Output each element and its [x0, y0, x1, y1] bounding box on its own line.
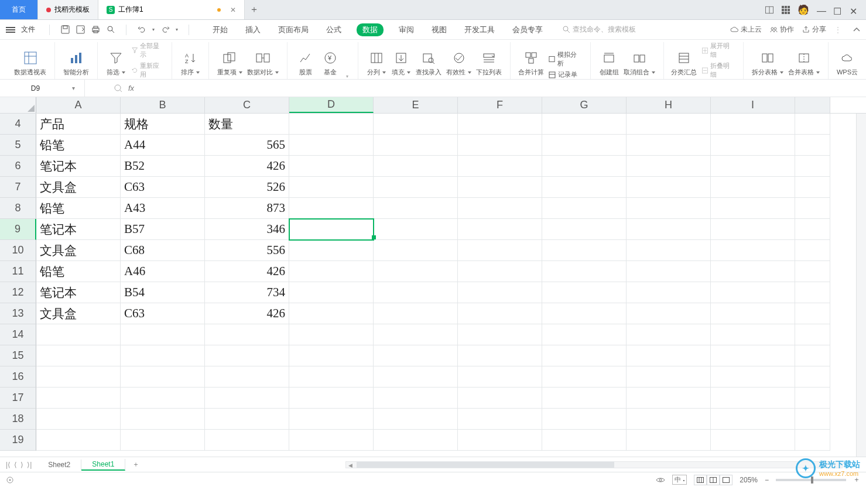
cell-I5[interactable]	[711, 135, 795, 156]
save-as-icon[interactable]	[76, 25, 85, 35]
share-button[interactable]: 分享	[802, 25, 826, 35]
cell-A9[interactable]: 笔记本	[36, 219, 121, 240]
cell-A12[interactable]: 笔记本	[36, 282, 121, 303]
group-ungroup-button[interactable]: 取消组合	[621, 48, 658, 79]
row-header-19[interactable]: 19	[0, 430, 36, 451]
cell-C9[interactable]: 346	[205, 219, 289, 240]
col-header-B[interactable]: B	[121, 97, 205, 113]
dropdown-list-button[interactable]: 下拉列表	[474, 48, 504, 79]
cell-I15[interactable]	[711, 345, 795, 366]
cell-I13[interactable]	[711, 303, 795, 324]
cell-H7[interactable]	[627, 177, 711, 198]
zoom-level[interactable]: 205%	[740, 476, 758, 484]
whatif-button[interactable]: 模拟分析	[549, 50, 581, 68]
sheet-tab-sheet1[interactable]: Sheet1	[81, 459, 125, 471]
compare-button[interactable]: 数据对比	[245, 48, 281, 79]
cell-D7[interactable]	[289, 177, 374, 198]
minimize-button[interactable]: —	[817, 6, 825, 14]
maximize-button[interactable]: ☐	[833, 6, 841, 14]
cell-B17[interactable]	[121, 388, 205, 409]
cell-D17[interactable]	[289, 388, 374, 409]
cell-C15[interactable]	[205, 345, 289, 366]
cell-D11[interactable]	[289, 261, 374, 282]
cell-H16[interactable]	[627, 366, 711, 388]
apps-icon[interactable]	[782, 6, 790, 14]
menu-tab-0[interactable]: 开始	[210, 23, 230, 36]
cell-E16[interactable]	[374, 366, 458, 388]
save-icon[interactable]	[60, 25, 70, 35]
cell-B10[interactable]: C68	[121, 240, 205, 261]
fill-button[interactable]: 填充	[389, 48, 413, 79]
menu-tab-1[interactable]: 插入	[243, 23, 263, 36]
ribbon-collapse-icon[interactable]	[853, 27, 860, 33]
cell-H15[interactable]	[627, 345, 711, 366]
fx-icon[interactable]: fx	[128, 84, 134, 92]
cell-C7[interactable]: 526	[205, 177, 289, 198]
cell-G5[interactable]	[542, 135, 627, 156]
cell-I17[interactable]	[711, 388, 795, 409]
cell-H11[interactable]	[627, 261, 711, 282]
cell-C12[interactable]: 734	[205, 282, 289, 303]
cell-H8[interactable]	[627, 198, 711, 219]
cell-A17[interactable]	[36, 388, 121, 409]
row-header-15[interactable]: 15	[0, 345, 36, 366]
cell-I14[interactable]	[711, 324, 795, 345]
smart-analyze-button[interactable]: 智能分析	[61, 48, 91, 79]
cell-I8[interactable]	[711, 198, 795, 219]
cell-G7[interactable]	[542, 177, 627, 198]
cell-A6[interactable]: 笔记本	[36, 156, 121, 177]
menu-tab-3[interactable]: 公式	[324, 23, 344, 36]
cell-B5[interactable]: A44	[121, 135, 205, 156]
subtotal-button[interactable]: 分类汇总	[670, 48, 699, 79]
cell-C8[interactable]: 873	[205, 198, 289, 219]
zoom-slider[interactable]	[776, 479, 846, 481]
cell-A11[interactable]: 铅笔	[36, 261, 121, 282]
merge-table-button[interactable]: 合并表格	[786, 48, 822, 79]
collapse-detail-button[interactable]: 折叠明细	[702, 61, 734, 79]
data-type-more[interactable]: ▾	[346, 74, 348, 79]
eye-icon[interactable]	[656, 476, 665, 484]
cell-E15[interactable]	[374, 345, 458, 366]
cell-G10[interactable]	[542, 240, 627, 261]
cell-F7[interactable]	[458, 177, 542, 198]
vertical-scrollbar[interactable]	[856, 114, 866, 457]
consolidate-button[interactable]: 合并计算	[516, 48, 545, 79]
zoom-out-button[interactable]: −	[765, 476, 769, 484]
cell-B8[interactable]: A43	[121, 198, 205, 219]
col-header-F[interactable]: F	[458, 97, 542, 113]
close-icon[interactable]: ✕	[230, 6, 236, 14]
cell-F10[interactable]	[458, 240, 542, 261]
cell-G14[interactable]	[542, 324, 627, 345]
cell-F8[interactable]	[458, 198, 542, 219]
cell-G13[interactable]	[542, 303, 627, 324]
cell-H18[interactable]	[627, 409, 711, 430]
cell-H13[interactable]	[627, 303, 711, 324]
wps-cloud-button[interactable]: WPS云	[834, 48, 860, 79]
cell-F13[interactable]	[458, 303, 542, 324]
formula-input[interactable]	[134, 84, 866, 92]
cell-C10[interactable]: 556	[205, 240, 289, 261]
cell-D15[interactable]	[289, 345, 374, 366]
cell-F11[interactable]	[458, 261, 542, 282]
horizontal-scrollbar[interactable]: ◀	[345, 461, 843, 468]
cell-F16[interactable]	[458, 366, 542, 388]
cell-H5[interactable]	[627, 135, 711, 156]
menu-tab-6[interactable]: 视图	[429, 23, 449, 36]
cell-I16[interactable]	[711, 366, 795, 388]
cell-F17[interactable]	[458, 388, 542, 409]
row-header-5[interactable]: 5	[0, 135, 36, 156]
cell-B15[interactable]	[121, 345, 205, 366]
cell-D8[interactable]	[289, 198, 374, 219]
cell-H14[interactable]	[627, 324, 711, 345]
col-header-E[interactable]: E	[374, 97, 458, 113]
view-page-button[interactable]	[707, 475, 720, 485]
cell-A13[interactable]: 文具盒	[36, 303, 121, 324]
cell-A16[interactable]	[36, 366, 121, 388]
view-normal-button[interactable]	[694, 475, 707, 485]
cell-D19[interactable]	[289, 430, 374, 451]
cell-G15[interactable]	[542, 345, 627, 366]
cell-A10[interactable]: 文具盒	[36, 240, 121, 261]
tab-workbook[interactable]: S 工作簿1 ✕	[98, 0, 245, 19]
cell-G18[interactable]	[542, 409, 627, 430]
sheet-nav-last-icon[interactable]: ⟩|	[27, 461, 32, 469]
